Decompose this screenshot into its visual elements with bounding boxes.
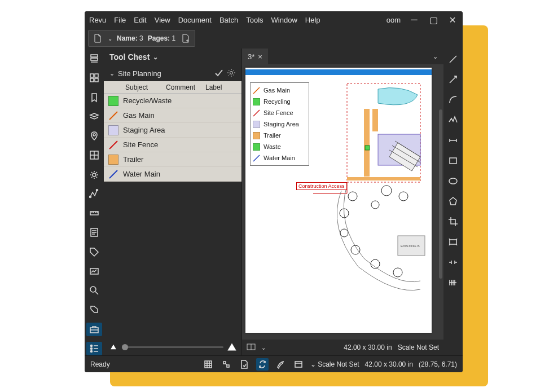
split-dropdown[interactable]: ⌄ [261,345,266,351]
file-icon[interactable] [92,33,103,44]
thumbnails-icon[interactable] [86,52,102,65]
section-chevron-icon[interactable]: ⌄ [109,70,115,77]
menu-batch[interactable]: Batch [219,16,238,24]
polyline-tool-icon[interactable] [445,113,461,127]
bookmark-icon[interactable] [86,91,102,104]
legend-label: Site Fence [263,109,293,116]
vertical-scrollbar[interactable] [439,109,442,279]
layers-icon[interactable] [86,110,102,124]
document-area: 3* × ⌄ Gas MainRecyclingSite FenceStagin… [242,49,443,355]
dimension-tool-icon[interactable] [445,133,461,148]
forms-icon[interactable] [86,226,102,239]
tool-row[interactable]: Trailer [104,152,241,167]
svg-rect-39 [450,158,456,164]
legend-label: Gas Main [263,87,290,94]
grid-toggle-icon[interactable] [202,358,214,371]
spaces-icon[interactable] [86,148,102,162]
legend-swatch [253,87,260,94]
panel-title-dropdown[interactable]: ⌄ [153,54,158,61]
tab-menu-dropdown[interactable]: ⌄ [427,53,443,60]
gear-icon[interactable] [227,68,236,79]
legend-row: Trailer [253,130,306,141]
svg-rect-23 [372,109,378,131]
tool-label: Water Main [123,170,160,178]
scale-dropdown[interactable]: ⌄ Scale Not Set [310,360,359,368]
tool-label: Trailer [123,155,143,164]
ellipse-tool-icon[interactable] [445,174,461,188]
doc-scale[interactable]: Scale Not Set [398,343,439,351]
grid-icon[interactable] [86,71,102,85]
places-icon[interactable] [86,129,102,143]
legend-label: Water Main [263,155,295,161]
split-view-icon[interactable] [247,342,256,353]
legend-row: Waste [253,141,306,152]
search-icon[interactable] [86,284,102,297]
brush-icon[interactable] [274,358,287,371]
measure-polyline-icon[interactable] [86,187,102,201]
maximize-button[interactable]: ▢ [428,15,439,25]
document-canvas[interactable]: Gas MainRecyclingSite FenceStaging AreaT… [245,68,432,333]
arc-tool-icon[interactable] [445,93,461,107]
col-label[interactable]: Label [205,83,241,91]
menu-view[interactable]: View [155,16,170,24]
tool-chest-icon[interactable] [86,323,102,336]
tool-label: Site Fence [123,140,158,149]
svg-point-20 [230,71,233,74]
zoom-in-icon[interactable] [227,343,236,350]
menu-window[interactable]: Window [271,16,297,24]
rectangle-tool-icon[interactable] [445,153,461,168]
sets-icon[interactable] [86,303,102,316]
section-title: Site Planning [118,69,161,78]
svg-point-26 [348,192,357,201]
tool-label: Recycle/Waste [123,96,172,105]
zoom-slider[interactable] [122,346,223,348]
line-tool-icon[interactable] [445,52,461,67]
tool-row[interactable]: Site Fence [104,138,241,152]
arrow-tool-icon[interactable] [445,72,461,87]
col-comment[interactable]: Comment [166,83,205,91]
zoom-out-icon[interactable] [111,345,116,349]
tool-row[interactable]: Recycle/Waste [104,94,241,108]
viewmode-icon[interactable] [292,358,305,371]
svg-point-17 [91,345,93,346]
document-tab[interactable]: 3* × [242,49,268,64]
menu-document[interactable]: Document [178,16,212,24]
svg-text:EXISTING B: EXISTING B [401,244,420,248]
tool-row[interactable]: Gas Main [104,108,241,123]
cloud-tool-icon[interactable] [445,235,461,249]
doc-dimensions: 42.00 x 30.00 in [344,343,392,351]
tab-close-icon[interactable]: × [258,52,262,61]
menu-help[interactable]: Help [305,16,320,24]
tool-row[interactable]: Water Main [104,167,241,182]
reuse-icon[interactable] [238,358,251,371]
menu-edit[interactable]: Edit [134,16,146,24]
svg-rect-6 [95,78,98,82]
site-plan-drawing: EXISTING B [313,78,426,326]
menu-tools[interactable]: Tools [246,16,263,24]
close-button[interactable]: × [447,14,458,27]
svg-rect-25 [365,146,370,150]
file-dropdown[interactable]: ⌄ [108,36,112,42]
status-ready: Ready [90,360,110,368]
menu-file[interactable]: File [114,16,126,24]
snap-icon[interactable] [220,358,232,371]
svg-point-9 [93,173,96,177]
properties-gear-icon[interactable] [86,168,102,182]
ruler-icon[interactable] [86,206,102,220]
polygon-tool-icon[interactable] [445,194,461,209]
svg-rect-24 [347,177,420,180]
col-subject[interactable]: Subject [104,83,166,91]
status-bar: Ready ⌄ Scale Not Set 42.00 x 30.00 in (… [85,355,463,372]
checkmark-icon[interactable] [214,68,223,79]
crop-tool-icon[interactable] [445,214,461,229]
measure-gap-icon[interactable] [445,255,461,270]
sync-icon[interactable] [256,358,269,371]
minimize-button[interactable]: ─ [409,15,420,25]
tool-row[interactable]: Staging Area [104,123,241,138]
menu-revu[interactable]: Revu [89,16,106,24]
markups-list-icon[interactable] [86,342,102,355]
count-tool-icon[interactable] [445,275,461,290]
tag-icon[interactable] [86,245,102,259]
signatures-icon[interactable] [86,265,102,278]
new-page-icon[interactable] [180,33,191,44]
